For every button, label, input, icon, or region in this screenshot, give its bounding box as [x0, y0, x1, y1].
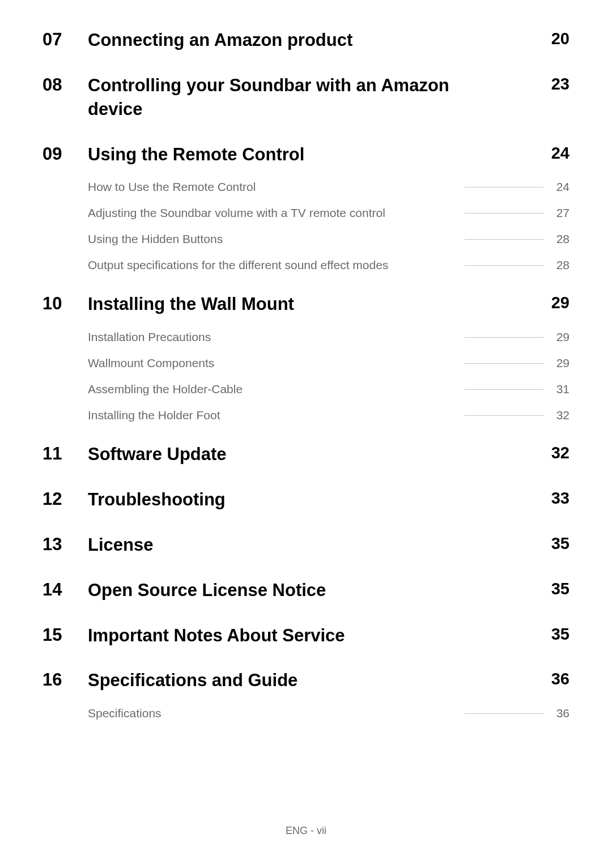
sub-title[interactable]: Adjusting the Soundbar volume with a TV … — [88, 206, 385, 220]
table-of-contents: 07 Connecting an Amazon product 20 08 Co… — [42, 28, 570, 725]
chapter-title[interactable]: Important Notes About Service — [88, 624, 345, 648]
chapter-title[interactable]: Troubleshooting — [88, 488, 226, 512]
sub-title[interactable]: Installing the Holder Foot — [88, 409, 220, 422]
leader-line — [465, 389, 544, 390]
sub-item: How to Use the Remote Control 24 — [88, 180, 570, 194]
sub-title[interactable]: Wallmount Components — [88, 356, 214, 370]
chapter-number: 12 — [42, 488, 88, 509]
chapter-title[interactable]: Specifications and Guide — [88, 669, 298, 692]
toc-chapter-10: 10 Installing the Wall Mount 29 Installa… — [42, 292, 570, 427]
leader-line — [465, 213, 544, 214]
chapter-page: 35 — [551, 578, 570, 598]
sub-item: Installation Precautions 29 — [88, 330, 570, 344]
chapter-title[interactable]: Connecting an Amazon product — [88, 28, 352, 52]
leader-line — [465, 265, 544, 266]
sub-title[interactable]: Output specifications for the different … — [88, 258, 388, 272]
sub-item: Assembling the Holder-Cable 31 — [88, 382, 570, 396]
chapter-page: 35 — [551, 533, 570, 553]
toc-chapter-14: 14 Open Source License Notice 35 — [42, 578, 570, 602]
sub-page: 29 — [552, 330, 570, 344]
toc-chapter-16: 16 Specifications and Guide 36 Specifica… — [42, 669, 570, 725]
sub-title[interactable]: Installation Precautions — [88, 330, 211, 344]
sub-title[interactable]: How to Use the Remote Control — [88, 180, 256, 194]
toc-chapter-08: 08 Controlling your Soundbar with an Ama… — [42, 74, 570, 121]
sub-item: Wallmount Components 29 — [88, 356, 570, 370]
toc-chapter-07: 07 Connecting an Amazon product 20 — [42, 28, 570, 52]
sub-page: 36 — [552, 707, 570, 720]
leader-line — [465, 239, 544, 240]
chapter-page: 36 — [551, 669, 570, 688]
sub-page: 27 — [552, 206, 570, 220]
chapter-number: 10 — [42, 292, 88, 314]
chapter-page: 32 — [551, 442, 570, 462]
sub-list: How to Use the Remote Control 24 Adjusti… — [88, 180, 570, 272]
chapter-number: 09 — [42, 143, 88, 164]
chapter-number: 08 — [42, 74, 88, 95]
sub-item: Installing the Holder Foot 32 — [88, 409, 570, 422]
chapter-number: 15 — [42, 624, 88, 645]
chapter-title[interactable]: License — [88, 533, 153, 557]
sub-title[interactable]: Assembling the Holder-Cable — [88, 382, 243, 396]
toc-chapter-11: 11 Software Update 32 — [42, 442, 570, 466]
chapter-number: 07 — [42, 28, 88, 50]
toc-chapter-13: 13 License 35 — [42, 533, 570, 557]
sub-page: 28 — [552, 232, 570, 246]
chapter-page: 24 — [551, 143, 570, 163]
leader-line — [465, 415, 544, 416]
chapter-title[interactable]: Controlling your Soundbar with an Amazon… — [88, 74, 456, 121]
sub-item: Specifications 36 — [88, 707, 570, 720]
chapter-number: 13 — [42, 533, 88, 555]
sub-page: 24 — [552, 180, 570, 194]
chapter-page: 23 — [551, 74, 570, 93]
chapter-title[interactable]: Software Update — [88, 442, 227, 466]
sub-page: 29 — [552, 356, 570, 370]
toc-chapter-12: 12 Troubleshooting 33 — [42, 488, 570, 512]
chapter-page: 20 — [551, 28, 570, 48]
chapter-title[interactable]: Using the Remote Control — [88, 143, 304, 167]
sub-page: 32 — [552, 409, 570, 422]
leader-line — [465, 337, 544, 338]
chapter-title[interactable]: Installing the Wall Mount — [88, 292, 294, 316]
sub-item: Adjusting the Soundbar volume with a TV … — [88, 206, 570, 220]
chapter-number: 14 — [42, 578, 88, 600]
chapter-title[interactable]: Open Source License Notice — [88, 578, 326, 602]
sub-title[interactable]: Specifications — [88, 707, 162, 720]
sub-item: Output specifications for the different … — [88, 258, 570, 272]
toc-chapter-15: 15 Important Notes About Service 35 — [42, 624, 570, 648]
chapter-page: 29 — [551, 292, 570, 312]
toc-chapter-09: 09 Using the Remote Control 24 How to Us… — [42, 143, 570, 277]
chapter-page: 33 — [551, 488, 570, 508]
chapter-number: 11 — [42, 442, 88, 464]
sub-page: 31 — [552, 382, 570, 396]
sub-title[interactable]: Using the Hidden Buttons — [88, 232, 223, 246]
leader-line — [465, 713, 544, 714]
page-footer: ENG - vii — [0, 825, 612, 837]
sub-list: Specifications 36 — [88, 707, 570, 720]
leader-line — [465, 187, 544, 188]
sub-list: Installation Precautions 29 Wallmount Co… — [88, 330, 570, 422]
sub-item: Using the Hidden Buttons 28 — [88, 232, 570, 246]
chapter-page: 35 — [551, 624, 570, 644]
chapter-number: 16 — [42, 669, 88, 690]
leader-line — [465, 363, 544, 364]
sub-page: 28 — [552, 258, 570, 272]
